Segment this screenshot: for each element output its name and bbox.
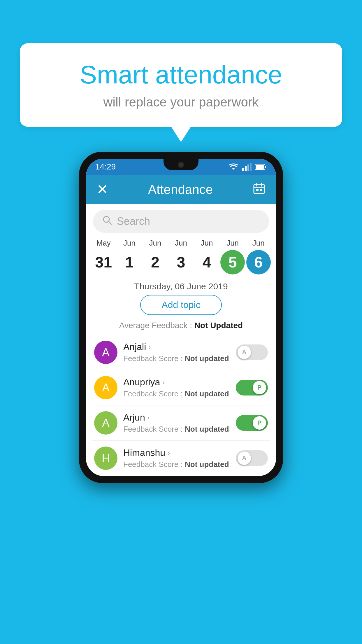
phone-notch bbox=[164, 159, 198, 170]
student-name: Arjun› bbox=[123, 412, 230, 423]
student-name: Himanshu› bbox=[123, 447, 230, 458]
wifi-icon bbox=[228, 163, 239, 171]
average-feedback: Average Feedback : Not Updated bbox=[86, 321, 276, 330]
attendance-toggle[interactable]: P bbox=[236, 380, 268, 396]
calendar-strip: May31Jun1Jun2Jun3Jun4Jun5Jun6 bbox=[86, 236, 276, 277]
search-placeholder: Search bbox=[117, 215, 150, 228]
calendar-day[interactable]: May31 bbox=[91, 239, 116, 274]
attendance-toggle[interactable]: A bbox=[236, 450, 268, 466]
feedback-value: Not updated bbox=[185, 354, 229, 363]
cal-date-number[interactable]: 1 bbox=[117, 250, 142, 274]
close-button[interactable]: ✕ bbox=[96, 183, 108, 197]
svg-rect-6 bbox=[265, 166, 266, 168]
cal-date-number[interactable]: 31 bbox=[91, 250, 116, 274]
attendance-toggle[interactable]: A bbox=[236, 344, 268, 360]
svg-rect-13 bbox=[260, 189, 262, 191]
student-name-text: Himanshu bbox=[123, 447, 165, 458]
cal-date-number[interactable]: 2 bbox=[143, 250, 167, 274]
feedback-value: Not updated bbox=[185, 389, 229, 398]
avg-feedback-value: Not Updated bbox=[194, 321, 243, 330]
toggle-knob: A bbox=[238, 346, 251, 359]
toggle-knob: A bbox=[238, 452, 251, 465]
student-item[interactable]: AAnupriya›Feedback Score : Not updatedP bbox=[92, 370, 270, 405]
student-feedback: Feedback Score : Not updated bbox=[123, 389, 230, 398]
student-name-text: Anjali bbox=[123, 342, 146, 352]
chevron-icon: › bbox=[147, 414, 150, 422]
add-topic-button[interactable]: Add topic bbox=[140, 295, 222, 315]
avatar: H bbox=[94, 447, 117, 470]
student-info: Arjun›Feedback Score : Not updated bbox=[123, 412, 230, 434]
svg-rect-3 bbox=[247, 164, 249, 171]
speech-bubble-container: Smart attendance will replace your paper… bbox=[20, 43, 342, 127]
cal-date-number[interactable]: 5 bbox=[220, 250, 245, 274]
svg-rect-8 bbox=[254, 184, 264, 194]
status-time: 14:29 bbox=[95, 162, 116, 172]
student-item[interactable]: AArjun›Feedback Score : Not updatedP bbox=[92, 405, 270, 441]
avg-feedback-label: Average Feedback : bbox=[119, 321, 192, 330]
student-name: Anjali› bbox=[123, 342, 230, 352]
phone-screen: 14:29 bbox=[86, 159, 276, 476]
student-item[interactable]: AAnjali›Feedback Score : Not updatedA bbox=[92, 335, 270, 370]
feedback-value: Not updated bbox=[185, 460, 229, 469]
cal-date-number[interactable]: 6 bbox=[246, 250, 271, 274]
cal-month-label: Jun bbox=[175, 239, 187, 248]
cal-month-label: Jun bbox=[201, 239, 213, 248]
svg-line-15 bbox=[108, 221, 111, 224]
svg-rect-4 bbox=[250, 163, 252, 171]
phone-camera bbox=[178, 162, 184, 168]
feedback-label: Feedback Score : bbox=[123, 389, 183, 398]
app-header: ✕ Attendance bbox=[86, 175, 276, 204]
cal-month-label: Jun bbox=[252, 239, 265, 248]
header-title: Attendance bbox=[148, 182, 213, 197]
selected-date-text: Thursday, 06 June 2019 bbox=[86, 281, 276, 291]
avatar: A bbox=[94, 341, 117, 364]
student-name-text: Arjun bbox=[123, 412, 145, 423]
student-item[interactable]: HHimanshu›Feedback Score : Not updatedA bbox=[92, 441, 270, 476]
svg-rect-12 bbox=[256, 189, 259, 191]
student-name: Anupriya› bbox=[123, 377, 230, 388]
search-icon bbox=[102, 215, 112, 228]
feedback-value: Not updated bbox=[185, 425, 229, 433]
student-info: Anupriya›Feedback Score : Not updated bbox=[123, 377, 230, 398]
chevron-icon: › bbox=[168, 449, 170, 457]
battery-icon bbox=[255, 164, 267, 170]
student-feedback: Feedback Score : Not updated bbox=[123, 460, 230, 469]
calendar-button[interactable] bbox=[253, 182, 266, 197]
calendar-day[interactable]: Jun6 bbox=[246, 239, 271, 274]
toggle-knob: P bbox=[253, 381, 266, 394]
student-feedback: Feedback Score : Not updated bbox=[123, 354, 230, 363]
signal-icon bbox=[242, 163, 252, 171]
student-feedback: Feedback Score : Not updated bbox=[123, 425, 230, 434]
avatar: A bbox=[94, 411, 117, 435]
svg-marker-0 bbox=[232, 168, 235, 170]
cal-date-number[interactable]: 4 bbox=[195, 250, 219, 274]
student-name-text: Anupriya bbox=[123, 377, 160, 388]
speech-bubble: Smart attendance will replace your paper… bbox=[20, 43, 342, 127]
student-info: Himanshu›Feedback Score : Not updated bbox=[123, 447, 230, 469]
phone-wrapper: 14:29 bbox=[79, 152, 283, 483]
svg-rect-1 bbox=[242, 168, 244, 171]
svg-rect-2 bbox=[245, 166, 247, 171]
avatar: A bbox=[94, 376, 117, 399]
student-info: Anjali›Feedback Score : Not updated bbox=[123, 342, 230, 363]
phone-outer: 14:29 bbox=[79, 152, 283, 483]
calendar-day[interactable]: Jun2 bbox=[143, 239, 167, 274]
chevron-icon: › bbox=[162, 378, 165, 386]
calendar-day[interactable]: Jun4 bbox=[195, 239, 219, 274]
calendar-day[interactable]: Jun3 bbox=[169, 239, 193, 274]
cal-month-label: Jun bbox=[226, 239, 239, 248]
svg-rect-7 bbox=[256, 165, 264, 169]
cal-month-label: Jun bbox=[149, 239, 161, 248]
student-list: AAnjali›Feedback Score : Not updatedAAAn… bbox=[86, 335, 276, 476]
calendar-day[interactable]: Jun5 bbox=[220, 239, 245, 274]
cal-date-number[interactable]: 3 bbox=[169, 250, 193, 274]
search-bar[interactable]: Search bbox=[93, 210, 269, 233]
feedback-label: Feedback Score : bbox=[123, 425, 183, 433]
feedback-label: Feedback Score : bbox=[123, 354, 183, 363]
calendar-day[interactable]: Jun1 bbox=[117, 239, 142, 274]
toggle-knob: P bbox=[253, 416, 266, 430]
attendance-toggle[interactable]: P bbox=[236, 415, 268, 431]
bubble-subtitle: will replace your paperwork bbox=[43, 95, 319, 109]
bubble-title: Smart attendance bbox=[43, 61, 319, 89]
status-icons bbox=[228, 163, 267, 171]
